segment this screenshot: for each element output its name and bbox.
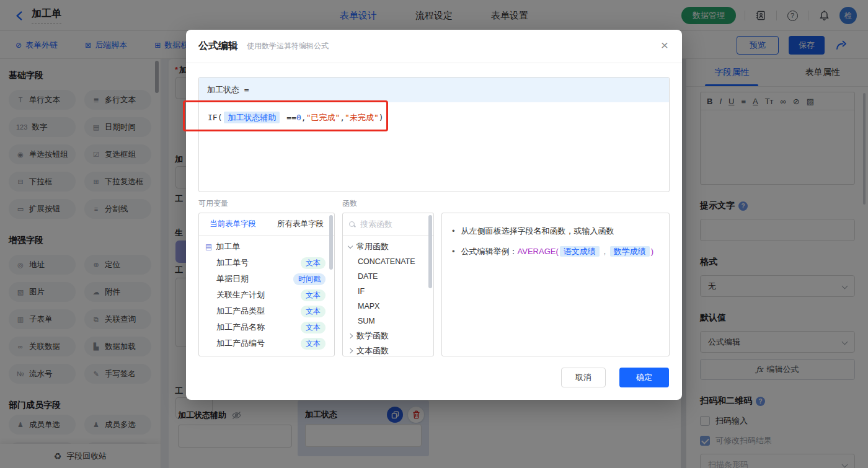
chevron-down-icon [348, 243, 353, 248]
chevron-right-icon [348, 348, 353, 353]
tips-panel: •从左侧面板选择字段名和函数，或输入函数 • 公式编辑举例：AVERAGE(语文… [441, 213, 670, 356]
function-search-input[interactable] [360, 219, 422, 229]
functions-panel: 常用函数 CONCATENATE DATE IF MAPX SUM 数学函数 文… [342, 213, 434, 356]
formula-fn: IF( [208, 113, 222, 122]
type-badge: 文本 [301, 289, 326, 301]
type-badge: 文本 [301, 257, 326, 269]
formula-op: == [281, 113, 296, 122]
variable-item[interactable]: 加工产品名称文本 [199, 319, 334, 335]
formula-target-label: 加工状态 = [199, 77, 669, 102]
formula-editor-modal: 公式编辑 使用数学运算符编辑公式 × 加工状态 = IF(加工状态辅助 ==0,… [186, 30, 682, 400]
variables-label: 可用变量 [198, 198, 228, 209]
field-chip[interactable]: 加工状态辅助 [224, 112, 280, 123]
function-item[interactable]: IF [343, 284, 433, 299]
example-function: AVERAGE( [518, 247, 559, 256]
example-field-chip: 数学成绩 [610, 246, 650, 257]
function-group-text[interactable]: 文本函数 [343, 343, 433, 356]
modal-subtitle: 使用数学运算符编辑公式 [247, 41, 329, 51]
app: 加工单 表单设计 流程设定 表单设置 数据管理 ? 检 [0, 0, 868, 468]
modal-header: 公式编辑 使用数学运算符编辑公式 × [186, 30, 682, 63]
formula-string: "未完成" [345, 113, 379, 122]
variable-item[interactable]: 加工产品类型文本 [199, 303, 334, 319]
function-group-math[interactable]: 数学函数 [343, 329, 433, 343]
example-field-chip: 语文成绩 [560, 246, 600, 257]
functions-label: 函数 [342, 198, 357, 209]
type-badge: 文本 [301, 338, 326, 350]
cancel-button[interactable]: 取消 [561, 368, 606, 387]
chevron-right-icon [348, 333, 353, 338]
function-item[interactable]: CONCATENATE [343, 254, 433, 269]
type-badge: 文本 [301, 306, 326, 317]
function-item[interactable]: MAPX [343, 299, 433, 314]
function-search[interactable] [343, 213, 433, 236]
function-item[interactable]: SUM [343, 314, 433, 329]
formula-number: 0 [296, 113, 301, 122]
form-doc-icon: ▤ [205, 242, 212, 251]
variable-item[interactable]: 加工单号文本 [199, 255, 334, 271]
variables-panel: 当前表单字段 所有表单字段 ▤ 加工单 加工单号文本 单据日期时间戳 关联生产计… [198, 213, 335, 356]
tip-example-line: • 公式编辑举例：AVERAGE(语文成绩，数学成绩) [452, 245, 659, 258]
variables-scrollbar[interactable] [329, 215, 333, 270]
variable-item[interactable]: 单据日期时间戳 [199, 271, 334, 287]
functions-scrollbar[interactable] [428, 215, 432, 288]
type-badge: 时间戳 [293, 273, 326, 285]
formula-expression[interactable]: IF(加工状态辅助 ==0,"已完成","未完成") [199, 102, 669, 133]
formula-editor[interactable]: 加工状态 = IF(加工状态辅助 ==0,"已完成","未完成") [198, 77, 670, 192]
formula-string: "已完成" [306, 113, 340, 122]
tab-all-form-fields[interactable]: 所有表单字段 [267, 213, 334, 235]
variable-group[interactable]: ▤ 加工单 [199, 239, 334, 255]
type-badge: 文本 [301, 322, 326, 333]
modal-title: 公式编辑 [198, 40, 238, 53]
formula-close: ) [379, 113, 384, 122]
close-icon[interactable]: × [661, 38, 668, 51]
variable-item[interactable]: 加工产品编号文本 [199, 335, 334, 351]
tip-line: •从左侧面板选择字段名和函数，或输入函数 [452, 224, 659, 237]
tab-current-form-fields[interactable]: 当前表单字段 [199, 213, 267, 235]
confirm-button[interactable]: 确定 [619, 368, 669, 387]
search-icon [349, 221, 355, 227]
function-item[interactable]: DATE [343, 269, 433, 284]
function-group-common[interactable]: 常用函数 [343, 239, 433, 254]
variable-item[interactable]: 关联生产计划文本 [199, 287, 334, 303]
